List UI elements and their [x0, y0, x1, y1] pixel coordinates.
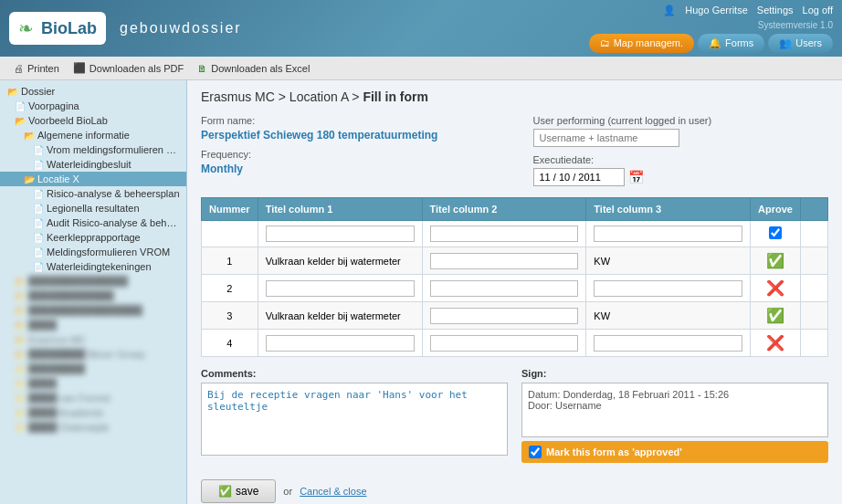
- table-cell-col2: [422, 247, 586, 275]
- excel-button[interactable]: 🗎 Downloaden als Excel: [197, 63, 310, 74]
- sidebar-label: ████ Academie: [28, 407, 104, 418]
- save-icon: ✅: [218, 485, 232, 498]
- date-input-row: 📅: [533, 168, 829, 186]
- sidebar-item-melding-vrom[interactable]: 📄 Meldingsformulieren VROM: [0, 245, 186, 259]
- form-name-link[interactable]: Perspektief Schieweg 180 temperatuurmeti…: [201, 129, 437, 142]
- excel-icon: 🗎: [197, 63, 207, 74]
- app-title: gebouwdossier: [120, 20, 242, 37]
- row0-approve-checkbox[interactable]: [769, 226, 782, 239]
- settings-link[interactable]: Settings: [757, 5, 794, 16]
- sidebar-item-blurred4[interactable]: 📂 ████: [0, 318, 186, 332]
- sidebar-item-alg-info[interactable]: 📂 Algemene informatie: [0, 128, 186, 142]
- table-cell-col3: [586, 275, 751, 302]
- col-header-approve: Aprove: [751, 198, 801, 221]
- sidebar-item-legionella[interactable]: 📄 Legionella resultaten: [0, 201, 186, 215]
- nav-forms-button[interactable]: 🔔 Forms: [698, 34, 764, 53]
- row2-col2-input[interactable]: [430, 280, 579, 297]
- sidebar-item-vrom[interactable]: 📄 Vrom meldingsformulieren blanco: [0, 142, 186, 157]
- nav-forms-label: Forms: [725, 37, 753, 48]
- sidebar-label: ████████: [28, 363, 85, 374]
- sidebar-item-blurred5[interactable]: 📂 Erasmus MC: [0, 332, 186, 347]
- sidebar-item-voorpagina[interactable]: 📄 Voorpagina: [0, 99, 186, 113]
- row2-col3-input[interactable]: [594, 280, 742, 297]
- pdf-label: Downloaden als PDF: [89, 63, 184, 74]
- page-icon: 📄: [33, 204, 44, 214]
- user-label: User performing (current logged in user): [533, 115, 829, 126]
- row4-col2-input[interactable]: [430, 335, 579, 352]
- form-meta-left: Form name: Perspektief Schieweg 180 temp…: [201, 115, 497, 186]
- nav-map-button[interactable]: 🗂 Map managem.: [589, 34, 694, 53]
- page-icon: 📄: [33, 247, 44, 257]
- folder-open-icon: 📂: [7, 87, 18, 97]
- row3-col2-input[interactable]: [430, 308, 579, 324]
- page-icon: 📄: [33, 145, 44, 155]
- col-header-titel3: Titel column 3: [586, 198, 751, 221]
- approve-mark-area: Mark this form as 'approved': [521, 441, 828, 463]
- folder-icon: 📁: [15, 379, 26, 389]
- sidebar-label: Voorpagina: [28, 100, 79, 111]
- sidebar-item-blurred1[interactable]: 📂 ██████████████: [0, 274, 186, 289]
- sidebar-label: Vrom meldingsformulieren blanco: [47, 144, 181, 155]
- content-area: Erasmus MC > Location A > Fill in form F…: [187, 80, 842, 504]
- users-icon: 👥: [779, 37, 792, 49]
- sidebar-label: ████: [28, 378, 57, 389]
- sidebar-item-blurred11[interactable]: 📁 ████ Oisterwijde: [0, 420, 186, 435]
- sidebar-label: ████: [28, 320, 57, 331]
- sign-door: Door: Username: [528, 400, 822, 411]
- folder-open-icon: 📂: [15, 277, 26, 287]
- sidebar-item-risico[interactable]: 📄 Risico-analyse & beheersplan: [0, 186, 186, 201]
- table-cell-col2: [422, 302, 586, 330]
- table-cell-col3: [586, 330, 751, 357]
- row4-col3-input[interactable]: [594, 335, 742, 352]
- folder-open-icon: 📂: [15, 350, 26, 360]
- table-cell-approve: ❌: [751, 275, 801, 302]
- page-icon: 📄: [33, 160, 44, 170]
- sidebar-item-locatie-x[interactable]: 📂 Locatie X: [0, 172, 186, 186]
- sidebar-item-blurred9[interactable]: 📁 ████ van Forrest: [0, 391, 186, 405]
- sidebar-label: Meldingsformulieren VROM: [47, 247, 170, 257]
- sidebar-label: Risico-analyse & beheersplan: [47, 188, 180, 199]
- sidebar-item-waterleid[interactable]: 📄 Waterleidingbesluit: [0, 157, 186, 172]
- date-input[interactable]: [533, 168, 625, 186]
- table-cell-approve: ✅: [751, 247, 801, 275]
- save-button[interactable]: ✅ save: [201, 479, 276, 503]
- cancel-link[interactable]: Cancel & close: [300, 486, 366, 497]
- row2-col1-input[interactable]: [266, 280, 415, 297]
- table-cell-col3: [586, 221, 751, 247]
- sidebar-item-blurred6[interactable]: 📂 ████████ Bever Groep: [0, 347, 186, 362]
- table-cell-col2: [422, 330, 586, 357]
- table-row: 2 ❌: [202, 275, 828, 302]
- toolbar: 🖨 Printen ⬛ Downloaden als PDF 🗎 Downloa…: [0, 57, 842, 80]
- logoff-link[interactable]: Log off: [803, 5, 833, 16]
- page-icon: 📄: [33, 262, 44, 272]
- row1-col2-input[interactable]: [430, 253, 579, 269]
- row0-col1-input[interactable]: [266, 226, 415, 242]
- user-input[interactable]: [533, 129, 679, 147]
- comments-label: Comments:: [201, 368, 508, 379]
- comments-textarea[interactable]: [201, 383, 508, 456]
- breadcrumb-current: Fill in form: [363, 89, 428, 104]
- sidebar-item-blurred10[interactable]: 📁 ████ Academie: [0, 405, 186, 420]
- print-button[interactable]: 🖨 Printen: [14, 63, 59, 74]
- sidebar-item-waterleid2[interactable]: 📄 Waterleidingtekeningen: [0, 259, 186, 274]
- row0-col2-input[interactable]: [430, 226, 579, 242]
- pdf-button[interactable]: ⬛ Downloaden als PDF: [73, 62, 184, 74]
- page-icon: 📄: [33, 233, 44, 243]
- nav-users-button[interactable]: 👥 Users: [768, 34, 833, 53]
- calendar-icon[interactable]: 📅: [628, 170, 644, 184]
- sidebar-item-blurred2[interactable]: 📂 ████████████: [0, 289, 186, 303]
- sidebar-item-keerklep[interactable]: 📄 Keerklepprapportage: [0, 230, 186, 245]
- sidebar-item-blurred7[interactable]: 📁 ████████: [0, 362, 186, 376]
- sidebar-item-audit-risico[interactable]: 📄 Audit Risico-analyse & beheersplan: [0, 215, 186, 230]
- table-cell-col2: [422, 221, 586, 247]
- form-meta-right: User performing (current logged in user)…: [533, 115, 829, 186]
- sidebar-item-voorbeeld[interactable]: 📂 Voorbeeld BioLab: [0, 113, 186, 128]
- sidebar-item-blurred3[interactable]: 📂 ████████████████: [0, 303, 186, 318]
- comments-area: Comments:: [201, 368, 508, 463]
- sidebar-item-blurred8[interactable]: 📁 ████: [0, 376, 186, 391]
- approve-mark-checkbox[interactable]: [529, 446, 542, 458]
- row0-col3-input[interactable]: [594, 226, 742, 242]
- row4-col1-input[interactable]: [266, 335, 415, 352]
- sidebar-item-dossier[interactable]: 📂 Dossier: [0, 84, 186, 99]
- folder-open-icon: 📂: [15, 306, 26, 316]
